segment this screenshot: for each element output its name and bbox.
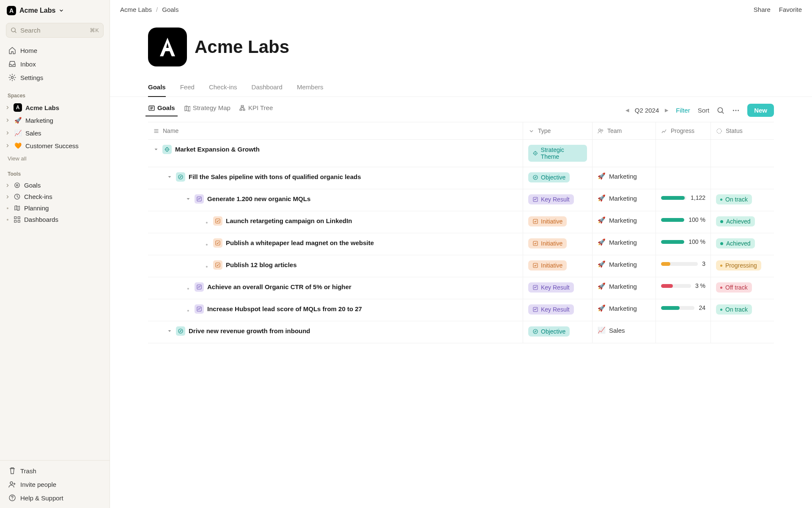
- caret-down-icon[interactable]: [153, 146, 159, 152]
- period-next-button[interactable]: ▶: [665, 108, 668, 113]
- sidebar-tool-goals[interactable]: Goals: [0, 179, 110, 191]
- caret-down-icon[interactable]: [185, 196, 191, 202]
- view-tab-strategy-map[interactable]: Strategy Map: [184, 104, 230, 116]
- type-badge: Initiative: [528, 238, 567, 248]
- sidebar-space-customer-success[interactable]: 🧡 Customer Success: [0, 139, 110, 152]
- search-icon: [11, 27, 17, 33]
- table-row[interactable]: Fill the Sales pipeline with tons of qua…: [148, 167, 774, 189]
- tab-dashboard[interactable]: Dashboard: [252, 79, 283, 97]
- tab-check-ins[interactable]: Check-ins: [209, 79, 237, 97]
- breadcrumb-root[interactable]: Acme Labs: [120, 6, 152, 13]
- table-row[interactable]: Market Expansion & Growth Strategic Them…: [148, 140, 774, 167]
- svg-point-18: [738, 110, 739, 111]
- nav-home[interactable]: Home: [3, 44, 106, 57]
- space-label: Acme Labs: [25, 104, 59, 111]
- caret-down-icon[interactable]: [167, 328, 173, 334]
- table-row[interactable]: • Publish a whitepaper lead magnet on th…: [148, 233, 774, 255]
- sidebar-tool-dashboards[interactable]: • Dashboards: [0, 214, 110, 225]
- new-button[interactable]: New: [747, 104, 774, 117]
- nav-settings[interactable]: Settings: [3, 71, 106, 84]
- tool-label: Goals: [24, 182, 41, 189]
- table-row[interactable]: Drive new revenue growth from inbound Ob…: [148, 321, 774, 343]
- breadcrumb-current[interactable]: Goals: [162, 6, 178, 13]
- status-dot-icon: [720, 199, 722, 201]
- sidebar-space-marketing[interactable]: 🚀 Marketing: [0, 114, 110, 127]
- team-emoji-icon: 🚀: [598, 216, 606, 224]
- svg-point-19: [599, 129, 601, 131]
- filter-button[interactable]: Filter: [676, 107, 690, 114]
- column-status[interactable]: Status: [710, 122, 774, 139]
- table-row[interactable]: Generate 1.200 new organic MQLs Key Resu…: [148, 189, 774, 211]
- home-icon: [8, 47, 16, 54]
- chevron-right-icon[interactable]: [5, 130, 10, 135]
- sidebar-tool-check-ins[interactable]: Check-ins: [0, 191, 110, 202]
- nav-trash[interactable]: Trash: [3, 464, 106, 478]
- column-name[interactable]: Name: [148, 122, 523, 139]
- sidebar-tool-planning[interactable]: • Planning: [0, 202, 110, 214]
- main-content: Acme Labs / Goals Share Favorite Acme La…: [110, 0, 812, 508]
- progress-bar: 3 %: [661, 282, 705, 289]
- status-badge: Achieved: [716, 216, 755, 226]
- table-row[interactable]: • Publish 12 blog articles Initiative 🚀M…: [148, 255, 774, 277]
- compass-icon: [532, 174, 538, 180]
- svg-point-1: [11, 77, 14, 79]
- nav-invite[interactable]: Invite people: [3, 478, 106, 491]
- svg-point-2: [15, 183, 19, 188]
- space-label: Sales: [25, 130, 41, 137]
- tab-members[interactable]: Members: [297, 79, 324, 97]
- period-prev-button[interactable]: ◀: [625, 108, 629, 113]
- workspace-switcher[interactable]: A Acme Labs: [0, 0, 110, 19]
- view-all-spaces[interactable]: View all: [0, 152, 110, 165]
- chart-icon: [195, 304, 204, 314]
- team-emoji-icon: 📈: [598, 326, 606, 334]
- table-row[interactable]: • Increase Hubspot lead score of MQLs fr…: [148, 299, 774, 321]
- sidebar-space-sales[interactable]: 📈 Sales: [0, 127, 110, 139]
- chevron-right-icon[interactable]: [5, 105, 10, 110]
- workspace-name: Acme Labs: [19, 7, 55, 14]
- nav-inbox[interactable]: Inbox: [3, 57, 106, 71]
- caret-down-icon[interactable]: [167, 174, 173, 180]
- crosshair-icon: [162, 145, 172, 154]
- column-progress[interactable]: Progress: [656, 122, 710, 139]
- tool-label: Dashboards: [24, 216, 58, 223]
- column-type[interactable]: Type: [523, 122, 592, 139]
- favorite-button[interactable]: Favorite: [779, 6, 802, 13]
- search-icon[interactable]: [717, 107, 724, 114]
- team-emoji-icon: 🚀: [598, 304, 606, 312]
- share-button[interactable]: Share: [754, 6, 771, 13]
- nav-help[interactable]: Help & Support: [3, 491, 106, 505]
- more-icon[interactable]: [732, 107, 740, 114]
- view-tab-kpi-tree[interactable]: KPI Tree: [239, 104, 273, 116]
- chevron-right-icon[interactable]: [5, 143, 10, 148]
- bullet-icon: •: [185, 284, 191, 294]
- column-team[interactable]: Team: [592, 122, 656, 139]
- space-label: Marketing: [25, 117, 53, 124]
- table-row[interactable]: • Achieve an overall Organic CTR of 5% o…: [148, 277, 774, 299]
- type-badge: Key Result: [528, 282, 574, 293]
- sort-button[interactable]: Sort: [698, 107, 710, 114]
- tab-feed[interactable]: Feed: [180, 79, 195, 97]
- space-icon: 🚀: [14, 116, 22, 124]
- row-name: Launch retargeting campaign on LinkedIn: [226, 216, 352, 226]
- chevron-right-icon[interactable]: [5, 183, 10, 188]
- tab-goals[interactable]: Goals: [148, 79, 166, 97]
- sidebar-space-acme-labs[interactable]: A Acme Labs: [0, 101, 110, 114]
- team-value: 🚀Marketing: [598, 260, 637, 268]
- team-value: 🚀Marketing: [598, 238, 637, 246]
- svg-point-23: [167, 149, 167, 150]
- table-row[interactable]: • Launch retargeting campaign on LinkedI…: [148, 211, 774, 233]
- table-header: Name Type Team Progress Status: [148, 122, 774, 140]
- view-tab-goals[interactable]: Goals: [148, 104, 175, 116]
- search-input[interactable]: Search ⌘K: [6, 23, 104, 38]
- search-placeholder: Search: [20, 27, 41, 34]
- progress-value: 24: [699, 304, 705, 311]
- compass-icon: [176, 326, 185, 336]
- svg-point-3: [16, 185, 18, 186]
- compass-icon: [532, 329, 538, 334]
- chevron-right-icon[interactable]: [5, 194, 10, 199]
- period-label[interactable]: Q2 2024: [635, 107, 659, 114]
- users-icon: [598, 128, 604, 134]
- page-title: Acme Labs: [195, 37, 289, 57]
- compass-icon: [176, 172, 185, 182]
- chevron-right-icon[interactable]: [5, 118, 10, 123]
